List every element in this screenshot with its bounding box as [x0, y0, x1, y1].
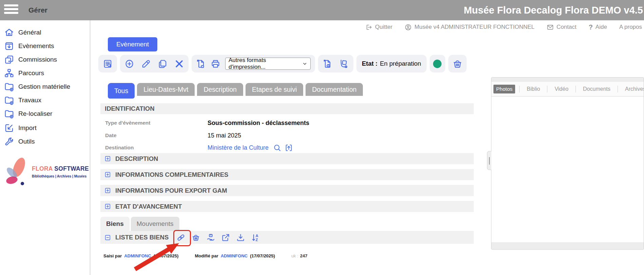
basket-icon — [452, 59, 463, 69]
record-type-button[interactable]: Evènement — [108, 37, 157, 51]
media-panel-top-strip — [491, 78, 644, 82]
trolley-icon[interactable] — [339, 59, 349, 69]
app-title: Musée Flora Decalog Flora DEMO v4.5 — [464, 0, 643, 20]
link-icon[interactable] — [176, 233, 186, 242]
tab-tous[interactable]: Tous — [108, 83, 135, 99]
module-title: Gérer — [28, 0, 47, 20]
sidebar-item-parcours[interactable]: Parcours — [0, 66, 88, 80]
logout-icon — [365, 24, 372, 31]
open-record-icon[interactable] — [285, 144, 293, 152]
tab-mouvements[interactable]: Mouvements — [131, 217, 179, 231]
tab-etapes-de-suivi[interactable]: Etapes de suivi — [246, 83, 303, 96]
modifie-user-link[interactable]: ADMINFONC — [221, 253, 248, 258]
sidebar-item-gestion-materielle[interactable]: Gestion matérielle — [0, 80, 88, 93]
inbox-arrow-icon — [4, 41, 14, 51]
sidebar-item-travaux[interactable]: Travaux — [0, 93, 88, 107]
status-value: En préparation — [380, 60, 421, 67]
delete-icon[interactable] — [174, 59, 184, 69]
expand-plus-icon[interactable] — [104, 155, 111, 162]
media-panel-footer — [491, 242, 644, 249]
chevron-down-icon — [302, 61, 307, 66]
external-link-icon[interactable] — [221, 233, 230, 242]
hamburger-menu-icon[interactable] — [4, 4, 19, 16]
tab-lieu-dates-mvt[interactable]: Lieu-Dates-Mvt — [137, 83, 195, 96]
brand-tagline: Bibliothèques | Archives | Musées — [32, 174, 89, 178]
status-display: Etat : En préparation — [356, 55, 427, 72]
destination-link[interactable]: Ministère de la Culture — [208, 144, 269, 151]
attach-document-icon[interactable] — [323, 59, 332, 69]
user-account[interactable]: Musée v4 ADMINISTRATEUR FONCTIONNEL — [405, 24, 534, 31]
tab-documentation[interactable]: Documentation — [306, 83, 363, 96]
edit-icon[interactable] — [141, 59, 151, 69]
aide-link[interactable]: ? Aide — [589, 23, 607, 31]
toolbar-group-search — [98, 55, 117, 72]
tab-description[interactable]: Description — [197, 83, 243, 96]
section-description[interactable]: DESCRIPTION — [100, 153, 474, 164]
quitter-link[interactable]: Quitter — [365, 24, 392, 31]
media-panel-body — [491, 97, 644, 242]
toolbar-group-transfer — [318, 55, 353, 72]
svg-text:A: A — [256, 234, 258, 238]
sidebar: Général Evènements Commissions Parcours … — [0, 20, 90, 275]
biens-tabs: Biens Mouvements — [100, 217, 179, 231]
sidebar-item-evenements[interactable]: Evènements — [0, 39, 88, 53]
print-icon[interactable] — [211, 59, 220, 69]
basket-button[interactable] — [448, 55, 467, 72]
flora-app: Gérer Musée Flora Decalog Flora DEMO v4.… — [0, 0, 644, 275]
expand-plus-icon[interactable] — [104, 171, 111, 178]
section-informations-complementaires[interactable]: INFORMATIONS COMPLEMENTAIRES — [100, 169, 474, 180]
toolbar-group-edit — [120, 55, 189, 72]
flora-flower-icon — [3, 153, 31, 188]
sidebar-item-commissions[interactable]: Commissions — [0, 53, 88, 66]
panel-collapse-handle[interactable] — [487, 151, 491, 170]
tab-archives[interactable]: Archives — [618, 86, 644, 92]
status-indicator-button[interactable] — [430, 55, 445, 72]
section-informations-export-gam[interactable]: INFORMATIONS POUR EXPORT GAM — [100, 185, 474, 196]
print-format-select[interactable]: Autres formats d'impression... — [225, 58, 311, 70]
sidebar-item-re-localiser[interactable]: Re-localiser — [0, 107, 88, 121]
sidebar-item-outils[interactable]: Outils — [0, 135, 88, 148]
sidebar-item-import[interactable]: Import — [0, 121, 88, 135]
import-icon — [4, 123, 14, 133]
liste-des-biens-bar: LISTE DES BIENS AZ — [100, 231, 474, 244]
sort-az-icon[interactable]: AZ — [251, 233, 260, 242]
toolbar: Autres formats d'impression... Etat : En… — [98, 55, 467, 72]
basket-icon[interactable] — [191, 233, 200, 242]
folder-globe-icon — [4, 95, 14, 105]
collapse-minus-icon[interactable] — [104, 234, 111, 241]
section-etat-avancement[interactable]: ETAT D'AVANCEMENT — [100, 201, 474, 212]
contact-link[interactable]: Contact — [547, 24, 577, 31]
download-icon[interactable] — [236, 233, 245, 242]
expand-plus-icon[interactable] — [104, 187, 111, 194]
tab-photos[interactable]: Photos — [493, 85, 515, 93]
tab-biens[interactable]: Biens — [100, 217, 130, 231]
top-bar: Gérer Musée Flora Decalog Flora DEMO v4.… — [0, 0, 644, 20]
a-propos-link[interactable]: A propos — [619, 24, 642, 30]
expand-plus-icon[interactable] — [104, 203, 111, 210]
status-label: Etat : — [362, 60, 377, 67]
field-row-type: Type d'évènement Sous-commission - décla… — [100, 118, 474, 128]
add-icon[interactable] — [124, 59, 134, 69]
liste-actions: AZ — [176, 233, 260, 242]
tab-biblio[interactable]: Biblio — [519, 86, 547, 92]
flora-software-logo: FLORA SOFTWARE Bibliothèques | Archives … — [2, 153, 89, 190]
hand-box-icon[interactable] — [206, 233, 215, 242]
field-row-date: Date 15 mai 2025 — [100, 130, 474, 141]
wrench-icon — [4, 136, 14, 147]
saisi-user-link[interactable]: ADMINFONC — [124, 253, 151, 258]
identification-header: IDENTIFICATION — [100, 103, 474, 114]
duplicate-icon[interactable] — [158, 59, 168, 69]
export-document-icon[interactable] — [196, 59, 206, 69]
envelope-icon — [547, 24, 554, 31]
media-panel: Photos Biblio Vidéo Documents Archives — [491, 77, 644, 250]
toolbar-group-print: Autres formats d'impression... — [192, 55, 315, 72]
tab-video[interactable]: Vidéo — [547, 86, 575, 92]
audit-line: Saisi par ADMINFONC (17/07/2025) Modifié… — [103, 253, 308, 258]
list-search-icon[interactable] — [103, 59, 113, 69]
help-icon: ? — [589, 23, 593, 31]
folder-globe-icon — [4, 82, 14, 92]
tab-documents[interactable]: Documents — [575, 86, 618, 92]
sidebar-item-general[interactable]: Général — [0, 26, 88, 39]
search-icon[interactable] — [273, 144, 281, 152]
sitemap-icon — [4, 68, 14, 78]
